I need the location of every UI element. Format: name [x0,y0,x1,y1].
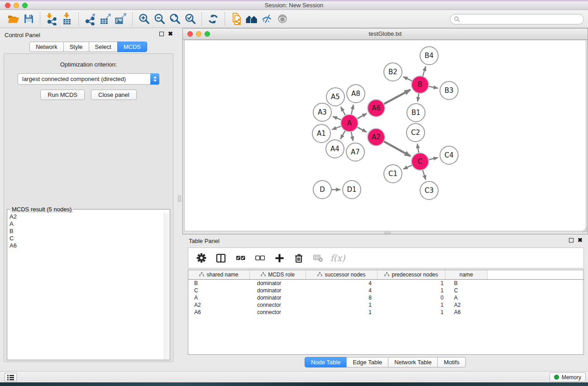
table-cell[interactable]: dominator [250,295,306,301]
resize-grip-icon[interactable] [582,227,587,234]
close-panel-icon[interactable]: ✖ [168,32,173,36]
tab-edge-table[interactable]: Edge Table [346,357,388,367]
table-cell[interactable]: 0 [378,295,445,301]
horizontal-splitter-grip[interactable] [384,232,391,234]
table-cell[interactable]: 8 [306,295,378,301]
tab-style[interactable]: Style [63,42,89,52]
graph-node-C4[interactable]: C4 [440,146,458,164]
add-row-icon[interactable] [272,251,286,265]
table-row[interactable]: Adominator80A [188,294,583,301]
graph-node-A6[interactable]: A6 [368,100,385,117]
save-session-icon[interactable] [21,12,36,26]
column-header-predecessor-nodes[interactable]: predecessor nodes [378,270,445,279]
table-row[interactable]: Cdominator41C [188,287,583,294]
tab-node-table[interactable]: Node Table [305,357,347,367]
graph-node-A4[interactable]: A4 [326,140,344,158]
graph-node-B4[interactable]: B4 [420,47,438,65]
table-cell[interactable]: 1 [306,302,378,308]
column-header-name[interactable]: name [445,270,488,279]
tab-mcds[interactable]: MCDS [117,42,147,52]
memory-button[interactable]: Memory [550,372,586,382]
graph-node-A5[interactable]: A5 [326,88,344,106]
column-visibility-icon[interactable] [214,251,228,265]
export-table-icon[interactable] [98,12,113,26]
splitter-grip[interactable] [178,195,181,202]
search-input[interactable] [462,15,583,24]
panel-splitter[interactable] [177,28,182,371]
table-cell[interactable]: dominator [250,287,306,294]
network-window-titlebar[interactable]: testGlobe.txt [183,29,588,40]
graph-node-C[interactable]: C [411,153,429,170]
zoom-out-icon[interactable] [152,12,167,26]
table-cell[interactable]: 1 [378,280,445,286]
close-window-button[interactable] [5,3,10,8]
tab-motifs[interactable]: Motifs [437,357,466,367]
table-cell[interactable]: connector [250,302,306,308]
network-zoom-button[interactable] [205,31,210,37]
graph-node-C2[interactable]: C2 [406,124,425,142]
network-close-button[interactable] [187,31,193,37]
zoom-in-icon[interactable] [136,12,152,26]
graph-node-A2[interactable]: A2 [368,129,385,146]
table-cell[interactable]: A [445,295,488,301]
graph-node-B1[interactable]: B1 [407,104,425,122]
table-cell[interactable]: B [188,280,250,286]
mcds-result-item[interactable]: A6 [10,242,170,249]
table-cell[interactable]: dominator [250,280,306,286]
table-cell[interactable]: C [188,287,250,294]
table-row[interactable]: A6connector11A6 [188,309,583,316]
table-cell[interactable]: 1 [306,309,378,315]
mcds-result-item[interactable]: A2 [10,213,170,220]
hide-panel-icon[interactable] [259,12,275,26]
tab-network[interactable]: Network [29,42,64,52]
mcds-result-item[interactable]: B [10,228,170,235]
graph-node-B2[interactable]: B2 [384,63,402,81]
import-table-icon[interactable] [59,12,75,26]
network-graph[interactable]: B4B2BB3A8A5A6B1A3AA1C2A2A4A7C4CC1C3DD1 [185,40,587,232]
task-history-button[interactable] [5,373,17,382]
table-cell[interactable]: A6 [188,309,250,315]
open-session-icon[interactable] [5,12,21,26]
duplicate-network-icon[interactable] [229,12,244,26]
table-settings-icon[interactable] [195,251,208,265]
table-cell[interactable]: C [445,287,488,294]
graph-node-A1[interactable]: A1 [312,124,330,143]
deselect-all-icon[interactable] [253,251,267,265]
table-cell[interactable]: connector [250,309,306,315]
table-cell[interactable]: 1 [378,302,445,308]
table-cell[interactable]: 4 [306,287,378,294]
run-mcds-button[interactable]: Run MCDS [40,90,85,100]
graph-node-D[interactable]: D [313,181,331,199]
export-image-icon[interactable] [113,12,129,26]
table-cell[interactable]: A2 [445,302,488,308]
table-cell[interactable]: 1 [378,287,445,294]
graph-node-B[interactable]: B [411,76,429,93]
graph-node-A8[interactable]: A8 [347,85,365,103]
table-row[interactable]: A2connector11A2 [188,301,583,309]
table-row[interactable]: Bdominator41B [188,280,583,287]
graph-node-C1[interactable]: C1 [384,165,402,183]
float-panel-icon[interactable] [159,32,164,36]
graph-node-C3[interactable]: C3 [420,181,438,200]
table-scrollbar[interactable] [582,270,583,354]
column-header-shared-name[interactable]: shared name [188,270,250,279]
refresh-view-icon[interactable] [206,12,221,26]
zoom-window-button[interactable] [22,3,28,8]
graph-node-A[interactable]: A [341,114,358,132]
graph-node-B3[interactable]: B3 [440,81,458,100]
show-view-icon[interactable] [275,12,290,26]
export-network-icon[interactable] [82,12,98,26]
zoom-selected-icon[interactable] [182,12,198,26]
table-cell[interactable]: 4 [306,280,378,286]
import-network-icon[interactable] [44,12,59,26]
table-cell[interactable]: A [188,295,250,301]
column-header-mcds-role[interactable]: MCDS role [250,270,306,279]
table-cell[interactable]: 1 [378,309,445,315]
tab-select[interactable]: Select [89,42,118,52]
network-canvas[interactable]: B4B2BB3A8A5A6B1A3AA1C2A2A4A7C4CC1C3DD1 [184,40,586,231]
close-panel-button[interactable]: Close panel [91,90,137,100]
select-all-icon[interactable] [234,251,247,265]
column-header-successor-nodes[interactable]: successor nodes [306,270,378,279]
close-table-panel-icon[interactable]: ✖ [578,238,583,243]
float-table-panel-icon[interactable] [569,238,574,243]
